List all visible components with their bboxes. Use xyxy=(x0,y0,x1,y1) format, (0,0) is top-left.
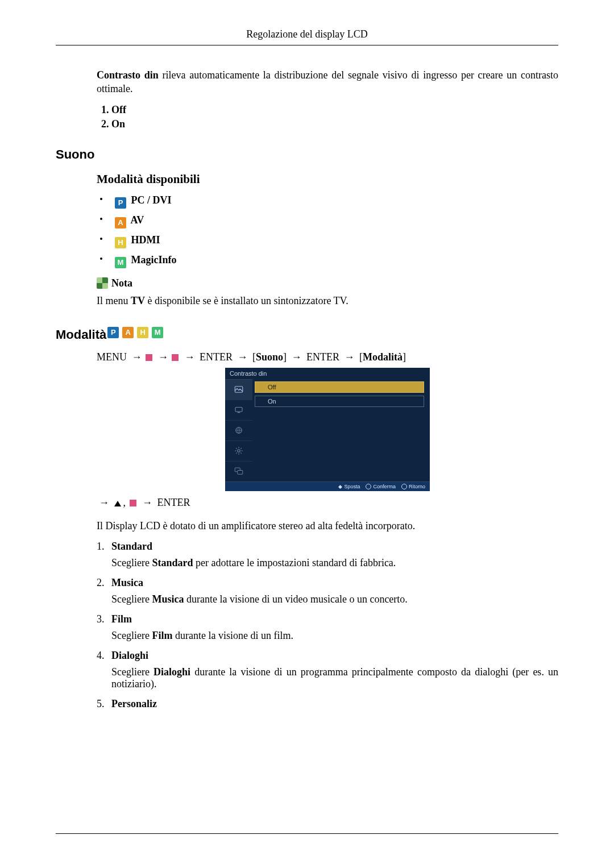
entry-desc-bold: Standard xyxy=(152,557,193,568)
osd-icon-column xyxy=(225,379,252,481)
modalita-heading: Modalità xyxy=(56,327,106,342)
check-icon: ✔ xyxy=(259,383,264,391)
entry-desc: Scegliere Standard per adottare le impos… xyxy=(111,557,558,569)
note-pre: Il menu xyxy=(97,295,131,306)
svg-point-4 xyxy=(238,450,240,452)
osd-footer: ◆ Sposta Conferma Ritorno xyxy=(225,481,430,491)
note-text: Il menu TV è disponibile se è installato… xyxy=(97,295,558,307)
bullet-icon xyxy=(100,198,102,200)
modes-list: P PC / DVI A AV H HDMI M MagicInfo xyxy=(97,194,558,268)
entry-desc-post: durante la visione di un film. xyxy=(172,630,293,641)
a-badge-icon: A xyxy=(115,217,126,229)
osd-option-off-label: Off xyxy=(268,384,276,391)
osd-options: ✔ Off On xyxy=(252,379,430,481)
entry-desc: Scegliere Dialoghi durante la visione di… xyxy=(111,666,558,690)
amplifier-text: Il Display LCD è dotato di un amplificat… xyxy=(97,519,558,533)
osd-option-off[interactable]: ✔ Off xyxy=(255,381,424,393)
entry-desc-bold: Film xyxy=(152,630,172,641)
picture-icon xyxy=(234,384,244,394)
entry-desc-pre: Scegliere xyxy=(111,593,152,605)
entry-num: 4. xyxy=(97,650,111,662)
off-on-list: Off On xyxy=(97,104,558,130)
nav-square-icon xyxy=(130,500,136,506)
entry-desc-pre: Scegliere xyxy=(111,666,154,678)
mode-hdmi: H HDMI xyxy=(97,234,558,248)
modes-avail-heading: Modalità disponibili xyxy=(97,172,558,186)
mode-pc-dvi: P PC / DVI xyxy=(97,194,558,209)
entry-personaliz: 5.Personaliz xyxy=(97,698,558,710)
after-osd-enter: ENTER xyxy=(157,497,190,508)
h-badge-icon: H xyxy=(115,237,126,248)
entry-num: 3. xyxy=(97,613,111,625)
osd-footer-conferma-label: Conferma xyxy=(373,484,396,489)
svg-rect-1 xyxy=(235,408,242,412)
modes-block: Modalità disponibili P PC / DVI A AV H H… xyxy=(97,172,558,307)
entry-musica: 2.Musica Scegliere Musica durante la vis… xyxy=(97,577,558,605)
entry-label: Musica xyxy=(111,577,143,588)
note-post: è disponibile se è installato un sintoni… xyxy=(145,295,349,306)
svg-rect-2 xyxy=(238,412,240,413)
osd-multi-icon xyxy=(225,461,252,481)
mode-av: A AV xyxy=(97,214,558,229)
gear-icon xyxy=(234,446,244,456)
up-arrow-icon xyxy=(114,501,121,506)
osd-panel: Contrasto din xyxy=(225,368,430,491)
arrow-icon: → xyxy=(289,351,304,363)
nav-path: MENU → → → ENTER → [Suono] → ENTER → [Mo… xyxy=(97,351,558,363)
intro-strong: Contrasto din xyxy=(97,69,159,81)
sound-heading: Suono xyxy=(56,147,558,162)
entry-desc-bold: Dialoghi xyxy=(154,666,190,678)
mode-label-magic: MagicInfo xyxy=(131,254,177,265)
osd-footer-sposta: ◆ Sposta xyxy=(338,484,360,489)
note-icon xyxy=(97,277,108,289)
note-bold: TV xyxy=(131,295,145,306)
entry-num: 5. xyxy=(97,698,111,710)
bullet-icon xyxy=(100,218,102,220)
mode-label-hdmi: HDMI xyxy=(131,234,160,246)
osd-option-on-label: On xyxy=(268,398,276,405)
mode-magicinfo: M MagicInfo xyxy=(97,254,558,268)
mode-label-av: AV xyxy=(131,214,144,226)
entry-dialoghi: 4.Dialoghi Scegliere Dialoghi durante la… xyxy=(97,650,558,690)
osd-source-icon xyxy=(225,400,252,420)
svg-rect-6 xyxy=(238,471,243,475)
after-osd-path: → , → ENTER xyxy=(97,497,558,509)
content-block: Contrasto din rileva automaticamente la … xyxy=(97,68,558,130)
entry-num: 2. xyxy=(97,577,111,589)
enter-icon xyxy=(366,484,371,489)
return-icon xyxy=(401,484,407,489)
entry-desc: Scegliere Musica durante la visione di u… xyxy=(111,593,558,605)
arrow-icon: → xyxy=(235,351,250,363)
osd-footer-ritorno-label: Ritorno xyxy=(409,484,425,489)
osd-title: Contrasto din xyxy=(225,368,430,379)
a-badge-icon: A xyxy=(122,327,134,338)
entry-label: Dialoghi xyxy=(111,650,148,661)
nav-modalita: Modalità xyxy=(363,351,403,363)
nav-square-icon xyxy=(172,354,179,361)
entry-standard: 1.Standard Scegliere Standard per adotta… xyxy=(97,541,558,569)
m-badge-icon: M xyxy=(115,257,126,268)
h-badge-icon: H xyxy=(137,327,148,338)
mode-label-pc: PC / DVI xyxy=(131,194,172,206)
osd-sound-icon xyxy=(225,420,252,441)
osd-option-on[interactable]: On xyxy=(255,396,424,407)
page: Regolazione del display LCD Contrasto di… xyxy=(0,0,614,868)
mode-entries: 1.Standard Scegliere Standard per adotta… xyxy=(97,541,558,710)
nav-square-icon xyxy=(146,354,152,361)
arrow-icon: → xyxy=(140,497,155,508)
intro-rest: rileva automaticamente la distribuzione … xyxy=(97,69,558,94)
osd-footer-ritorno: Ritorno xyxy=(401,484,425,489)
entry-desc-post: durante la visione di un video musicale … xyxy=(184,593,407,605)
osd-footer-conferma: Conferma xyxy=(366,484,396,489)
note-label: Nota xyxy=(111,277,132,289)
entry-num: 1. xyxy=(97,541,111,553)
entry-label: Standard xyxy=(111,541,152,552)
osd-picture-icon xyxy=(225,379,252,400)
nav-suono: Suono xyxy=(256,351,283,363)
screens-icon xyxy=(234,466,244,476)
arrow-icon: → xyxy=(182,351,197,363)
bullet-icon xyxy=(100,238,102,240)
modalita-content: MENU → → → ENTER → [Suono] → ENTER → [Mo… xyxy=(97,351,558,710)
bullet-icon xyxy=(100,258,102,260)
entry-label: Film xyxy=(111,613,132,625)
